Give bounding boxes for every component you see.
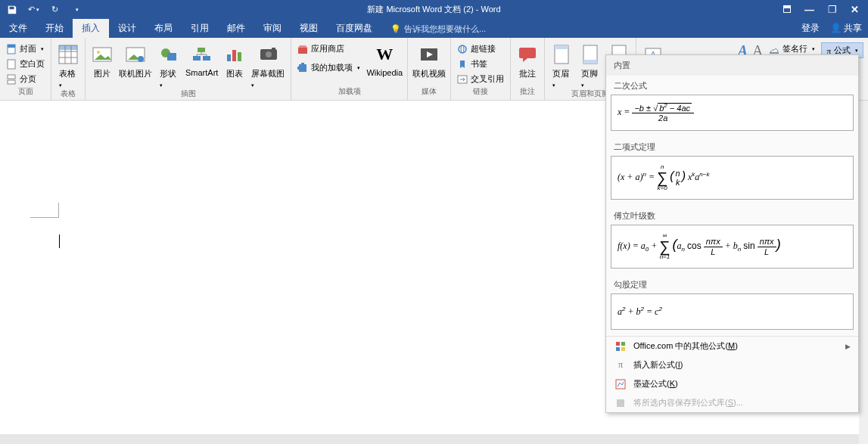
screenshot-button[interactable]: 屏幕截图▾ <box>251 42 286 88</box>
svg-rect-17 <box>198 48 205 52</box>
page-break-button[interactable]: 分页 <box>5 73 46 85</box>
svg-rect-47 <box>621 342 625 346</box>
footer-button[interactable]: 页脚▾ <box>578 42 602 88</box>
ink-icon <box>615 379 626 390</box>
ribbon-display-icon[interactable] <box>783 4 791 15</box>
pi-icon: π <box>826 46 831 55</box>
ribbon-group-media: 联机视频 媒体 <box>408 38 451 100</box>
lightbulb-icon: 💡 <box>390 24 401 34</box>
tab-file[interactable]: 文件 <box>0 19 36 38</box>
redo-icon[interactable]: ↻ <box>48 4 61 16</box>
pictures-icon <box>90 42 114 67</box>
tab-home[interactable]: 开始 <box>36 19 73 38</box>
cover-page-button[interactable]: 封面▾ <box>5 42 46 55</box>
comment-button[interactable]: 批注 <box>515 42 540 79</box>
blank-page-button[interactable]: 空白页 <box>5 57 46 70</box>
table-button[interactable]: 表格▾ <box>56 42 80 88</box>
equation-item-label: 二项式定理 <box>606 137 858 156</box>
signature-line-button[interactable]: 签名行 ▾ <box>767 42 817 55</box>
ribbon-group-comments: 批注 批注 <box>511 38 545 100</box>
equation-menu-insert[interactable]: π 插入新公式(I) <box>606 356 858 374</box>
login-link[interactable]: 登录 <box>801 22 820 35</box>
restore-icon[interactable]: ❐ <box>828 4 837 15</box>
svg-rect-46 <box>616 342 620 346</box>
ribbon-group-links: 超链接 书签 交叉引用 链接 <box>451 38 511 100</box>
chart-icon <box>222 42 247 67</box>
chart-button[interactable]: 图表 <box>222 42 247 79</box>
close-icon[interactable]: ✕ <box>851 4 859 15</box>
online-pictures-button[interactable]: 联机图片 <box>119 42 152 79</box>
online-video-button[interactable]: 联机视频 <box>412 42 446 79</box>
tab-insert[interactable]: 插入 <box>73 19 109 38</box>
table-icon <box>56 42 80 67</box>
equation-item-label: 二次公式 <box>606 76 858 95</box>
ribbon-group-addins: 应用商店 我的加载项 ▾ WWikipedia 加载项 <box>291 38 408 100</box>
ribbon-group-pages: 封面▾ 空白页 分页 页面 <box>0 38 51 100</box>
svg-rect-18 <box>193 56 201 61</box>
svg-rect-25 <box>232 50 236 61</box>
pi-icon: π <box>615 360 626 371</box>
shapes-button[interactable]: 形状▾ <box>157 42 181 88</box>
myaddins-button[interactable]: 我的加载项 ▾ <box>296 61 362 74</box>
svg-rect-51 <box>617 399 624 407</box>
equation-section-builtin: 内置 <box>606 55 858 76</box>
svg-point-12 <box>97 51 100 54</box>
tab-references[interactable]: 引用 <box>182 19 218 38</box>
smartart-icon <box>190 42 214 67</box>
equation-menu-save: 将所选内容保存到公式库(S)... <box>606 393 858 412</box>
comment-icon <box>515 42 540 67</box>
vertical-scrollbar[interactable] <box>859 101 868 444</box>
tell-me-search[interactable]: 💡 告诉我您想要做什么... <box>390 23 486 38</box>
header-icon <box>549 42 574 67</box>
equation-menu-ink[interactable]: 墨迹公式(K) <box>606 374 858 393</box>
minimize-icon[interactable]: — <box>804 4 814 15</box>
save-gallery-icon <box>615 398 626 408</box>
tab-view[interactable]: 视图 <box>291 19 327 38</box>
tab-baidu[interactable]: 百度网盘 <box>327 19 381 38</box>
svg-point-33 <box>459 45 466 53</box>
save-icon[interactable] <box>6 4 18 16</box>
svg-rect-38 <box>555 45 568 49</box>
equation-fourier[interactable]: f(x) = a0 + ∞∑n=1 (an cos nπxL + bn sin … <box>611 225 854 269</box>
hyperlink-button[interactable]: 超链接 <box>456 42 506 55</box>
video-icon <box>417 42 441 67</box>
undo-icon[interactable]: ↶▾ <box>27 4 39 16</box>
smartart-button[interactable]: SmartArt <box>185 42 218 77</box>
tab-review[interactable]: 审阅 <box>254 19 291 38</box>
online-pictures-icon <box>123 42 148 67</box>
svg-rect-4 <box>8 80 15 84</box>
tab-layout[interactable]: 布局 <box>145 19 182 38</box>
bookmark-button[interactable]: 书签 <box>456 57 506 70</box>
pictures-button[interactable]: 图片 <box>90 42 114 79</box>
wikipedia-button[interactable]: WWikipedia <box>366 42 403 77</box>
svg-rect-29 <box>272 48 275 50</box>
svg-rect-3 <box>8 75 15 79</box>
equation-binomial[interactable]: (x + a)n = n∑k=0 (nk) xkan−k <box>611 156 854 200</box>
screenshot-icon <box>257 42 281 67</box>
share-button[interactable]: 👤 共享 <box>830 22 862 35</box>
equation-gallery-dropdown: 内置 二次公式 x = −b ± √b2 − 4ac2a 二项式定理 (x + … <box>605 54 859 413</box>
wikipedia-icon: W <box>372 42 397 67</box>
footer-icon <box>578 42 602 67</box>
ribbon-group-tables: 表格▾ 表格 <box>51 38 86 100</box>
store-button[interactable]: 应用商店 <box>296 42 362 55</box>
text-cursor <box>59 234 60 248</box>
tab-mailings[interactable]: 邮件 <box>218 19 254 38</box>
header-button[interactable]: 页眉▾ <box>549 42 574 88</box>
svg-rect-10 <box>59 45 77 50</box>
svg-rect-50 <box>616 380 625 389</box>
tab-design[interactable]: 设计 <box>109 19 145 38</box>
crossref-button[interactable]: 交叉引用 <box>456 73 506 85</box>
svg-rect-19 <box>203 56 210 61</box>
qat-dropdown-icon[interactable]: ▾ <box>71 4 83 16</box>
equation-item-label: 傅立叶级数 <box>606 206 858 225</box>
submenu-arrow-icon: ▶ <box>845 343 851 350</box>
document-title: 新建 Microsoft Word 文档 (2) - Word <box>367 4 500 15</box>
svg-rect-40 <box>583 60 597 64</box>
equation-pythagorean[interactable]: a2 + b2 = c2 <box>611 293 854 330</box>
svg-rect-2 <box>8 60 15 69</box>
svg-rect-26 <box>238 52 241 61</box>
equation-quadratic[interactable]: x = −b ± √b2 − 4ac2a <box>611 95 854 131</box>
titlebar: ↶▾ ↻ ▾ 新建 Microsoft Word 文档 (2) - Word —… <box>0 0 868 19</box>
equation-menu-office[interactable]: Office.com 中的其他公式(M) ▶ <box>606 337 858 356</box>
